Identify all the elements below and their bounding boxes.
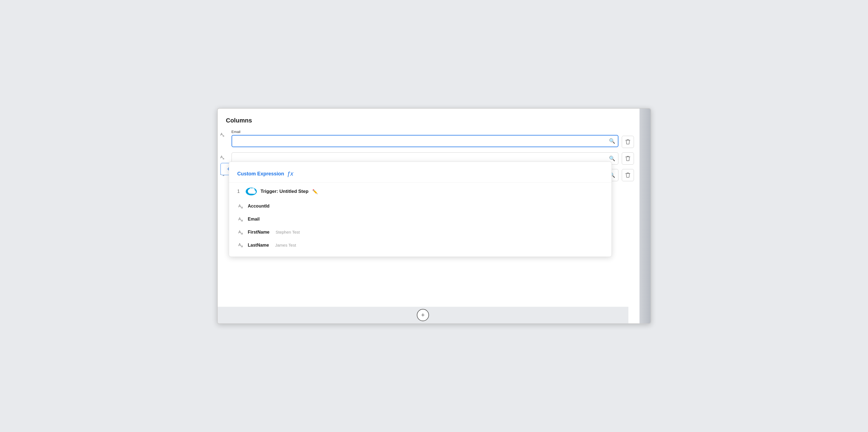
- bottom-plus-icon: +: [421, 311, 425, 319]
- column-search-input-1[interactable]: [231, 135, 618, 147]
- custom-expression-label[interactable]: Custom Expression: [237, 171, 284, 177]
- trash-icon-3: [625, 172, 630, 178]
- delete-button-3[interactable]: [622, 169, 634, 181]
- column-rows-area: Aa Email 🔍 Aa: [218, 130, 640, 184]
- screenshot-wrapper: Columns Aa Email 🔍: [217, 108, 651, 324]
- field-value-firstname: Stephen Test: [276, 230, 300, 234]
- search-icon-1: 🔍: [609, 138, 615, 144]
- field-item-lastname[interactable]: Aa LastName James Test: [229, 239, 612, 252]
- search-icon-2: 🔍: [609, 156, 615, 162]
- dropdown-panel: Custom Expression ƒx 1 Trigger: Untitled…: [229, 162, 612, 257]
- edit-icon[interactable]: ✏️: [312, 189, 318, 194]
- field-type-icon-firstname: Aa: [237, 230, 244, 235]
- bottom-bar: +: [218, 307, 628, 323]
- column-row-1: Aa Email 🔍: [218, 130, 640, 150]
- field-item-accountid[interactable]: Aa AccountId: [229, 200, 612, 213]
- type-icon-1: Aa: [220, 130, 228, 137]
- right-shadow: [640, 109, 651, 323]
- field-name-email: Email: [248, 217, 260, 222]
- column-label-1: Email: [231, 130, 618, 134]
- custom-expression-row: Custom Expression ƒx: [229, 167, 612, 182]
- trash-icon-2: [625, 156, 630, 161]
- input-wrapper-1: Email 🔍: [231, 130, 618, 147]
- trigger-section: 1 Trigger: Untitled Step ✏️: [229, 182, 612, 198]
- fx-icon[interactable]: ƒx: [287, 170, 293, 177]
- trash-icon-1: [625, 139, 630, 145]
- field-type-icon-lastname: Aa: [237, 242, 244, 248]
- trigger-name: Trigger: Untitled Step: [261, 189, 309, 194]
- field-item-email[interactable]: Aa Email: [229, 213, 612, 226]
- delete-button-1[interactable]: [622, 136, 634, 148]
- field-name-firstname: FirstName: [248, 230, 270, 235]
- trigger-row: 1 Trigger: Untitled Step ✏️: [237, 188, 603, 195]
- field-value-lastname: James Test: [275, 243, 296, 247]
- delete-button-2[interactable]: [622, 153, 634, 165]
- salesforce-logo: [246, 188, 257, 195]
- field-list: Aa AccountId Aa Email Aa FirstName Steph…: [229, 198, 612, 254]
- field-name-accountid: AccountId: [248, 204, 270, 209]
- bottom-plus-button[interactable]: +: [417, 309, 429, 321]
- main-panel: Columns Aa Email 🔍: [218, 109, 640, 323]
- field-item-firstname[interactable]: Aa FirstName Stephen Test: [229, 226, 612, 239]
- field-type-icon-accountid: Aa: [237, 204, 244, 209]
- field-name-lastname: LastName: [248, 243, 269, 248]
- field-type-icon-email: Aa: [237, 217, 244, 222]
- type-icon-2: Aa: [220, 153, 228, 160]
- page-title: Columns: [218, 117, 640, 130]
- trigger-number: 1: [237, 189, 242, 194]
